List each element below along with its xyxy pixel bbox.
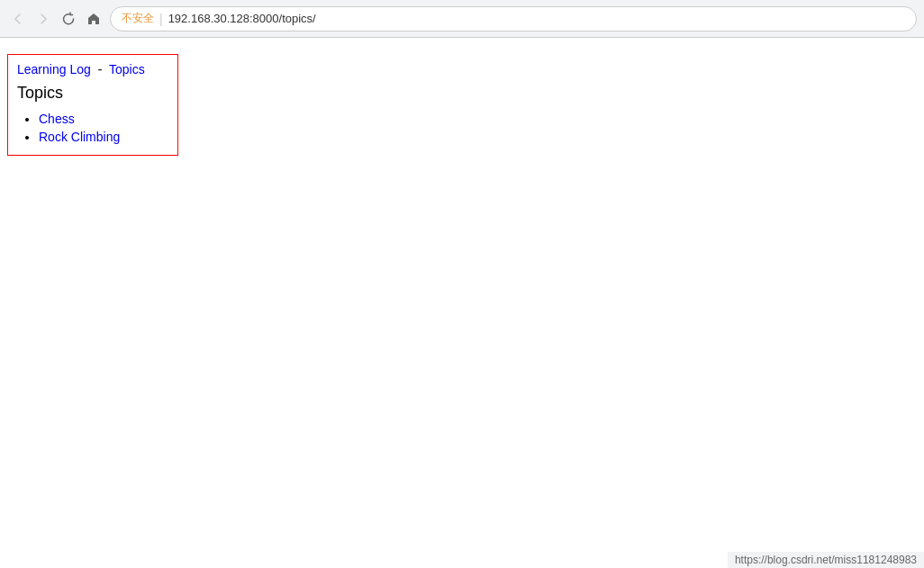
page-heading: Topics <box>17 84 168 103</box>
security-indicator: 不安全 <box>122 11 154 26</box>
browser-chrome: 不安全 | 192.168.30.128:8000/topics/ <box>0 0 924 38</box>
page-content: Learning Log - Topics Topics Chess Rock … <box>0 38 924 163</box>
address-text: 192.168.30.128:8000/topics/ <box>168 12 905 25</box>
address-bar-separator: | <box>159 12 163 26</box>
reload-button[interactable] <box>58 8 79 30</box>
content-box: Learning Log - Topics Topics Chess Rock … <box>7 54 178 156</box>
forward-button[interactable] <box>32 8 54 30</box>
list-item: Chess <box>39 112 168 126</box>
nav-separator: - <box>98 62 103 77</box>
site-link[interactable]: Learning Log <box>17 62 91 77</box>
nav-buttons <box>7 8 104 30</box>
topic-rock-climbing-link[interactable]: Rock Climbing <box>39 130 120 144</box>
topics-link[interactable]: Topics <box>109 62 145 77</box>
nav-header: Learning Log - Topics <box>17 62 168 77</box>
home-button[interactable] <box>83 8 104 30</box>
topic-chess-link[interactable]: Chess <box>39 112 75 126</box>
list-item: Rock Climbing <box>39 130 168 144</box>
topics-list: Chess Rock Climbing <box>17 112 168 144</box>
back-button[interactable] <box>7 8 29 30</box>
address-bar[interactable]: 不安全 | 192.168.30.128:8000/topics/ <box>110 6 917 32</box>
